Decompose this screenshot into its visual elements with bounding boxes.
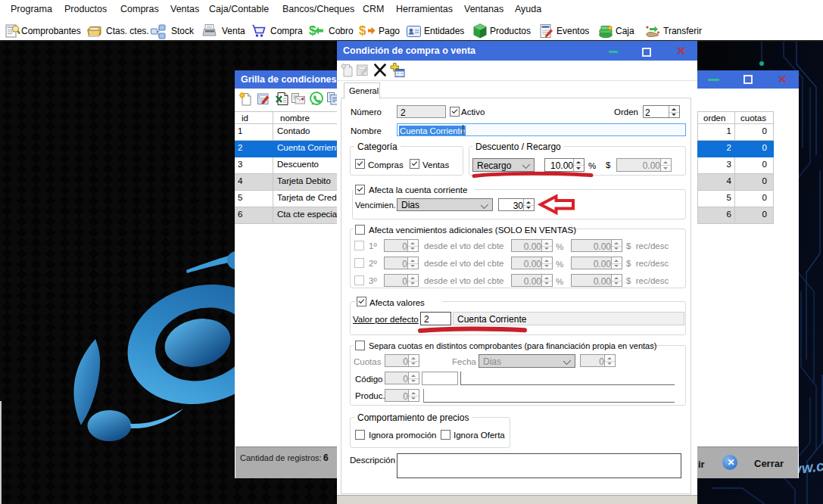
svg-text:$: $ (359, 23, 366, 38)
